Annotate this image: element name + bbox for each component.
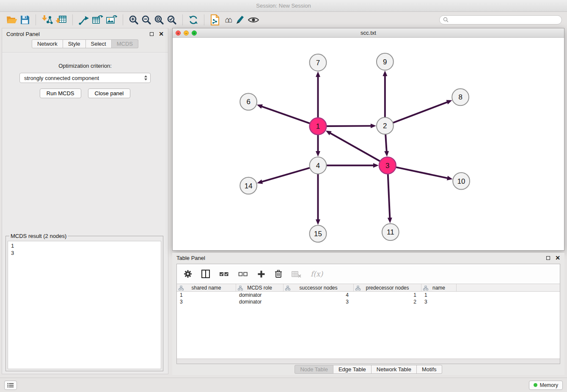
mcds-result-list[interactable]: 1 3: [8, 241, 161, 369]
graph-node-15[interactable]: 15: [310, 225, 327, 242]
graph-node-14[interactable]: 14: [240, 177, 257, 194]
zoom-fit-button[interactable]: [153, 14, 165, 26]
window-titlebar[interactable]: Session: New Session: [0, 0, 567, 12]
zoom-in-button[interactable]: [127, 14, 140, 26]
column-header-label: shared name: [191, 285, 221, 291]
graph-node-8[interactable]: 8: [452, 89, 469, 106]
graph-edge-2-8[interactable]: [393, 100, 452, 123]
optimization-criterion-select[interactable]: strongly connected component: [19, 73, 151, 83]
deselect-all-button[interactable]: [238, 271, 248, 277]
column-header-shared-name[interactable]: shared name: [177, 284, 236, 291]
column-header-label: successor nodes: [299, 285, 337, 291]
document-network-icon: [210, 14, 220, 25]
network-window-titlebar[interactable]: scc.txt × − +: [173, 28, 564, 38]
select-all-button[interactable]: [219, 271, 229, 277]
memory-button[interactable]: Memory: [529, 381, 563, 390]
zoom-selected-button[interactable]: [165, 14, 178, 26]
minimize-window-icon[interactable]: −: [184, 30, 189, 36]
refresh-layout-button[interactable]: [187, 14, 200, 26]
node-table-container: f(x) shared nameMCDS rolesuccessor nodes…: [176, 264, 560, 364]
toolbar-search-input[interactable]: [451, 17, 558, 23]
graph-edge-4-14[interactable]: [257, 168, 310, 184]
graph-edge-1-2[interactable]: [326, 124, 376, 128]
table-panel-title: Table Panel: [176, 255, 205, 261]
gear-icon: [184, 270, 192, 278]
graph-node-4[interactable]: 4: [310, 157, 327, 174]
refresh-icon: [188, 15, 198, 25]
graph-edge-3-10[interactable]: [396, 167, 452, 180]
graph-edge-4-3[interactable]: [326, 163, 379, 168]
column-header-label: predecessor nodes: [366, 285, 409, 291]
graph-edge-2-9[interactable]: [383, 71, 387, 118]
float-panel-icon[interactable]: [150, 32, 154, 36]
float-table-panel-icon[interactable]: [546, 256, 550, 260]
column-header-mcds-role[interactable]: MCDS role: [236, 284, 284, 291]
graph-edge-4-15[interactable]: [316, 174, 320, 225]
function-builder-button[interactable]: f(x): [311, 270, 323, 278]
network-canvas-svg: 7968124314101511: [173, 38, 564, 250]
tab-edge-table[interactable]: Edge Table: [333, 365, 372, 374]
graph-node-7[interactable]: 7: [310, 54, 327, 71]
zoom-out-button[interactable]: [140, 14, 153, 26]
network-canvas[interactable]: 7968124314101511: [173, 38, 564, 250]
close-panel-button[interactable]: Close panel: [88, 88, 131, 98]
tab-style[interactable]: Style: [63, 39, 86, 48]
svg-text:6: 6: [246, 98, 250, 106]
graph-edge-3-1[interactable]: [326, 130, 380, 161]
tab-network-table[interactable]: Network Table: [372, 365, 417, 374]
open-file-button[interactable]: [5, 14, 19, 26]
delete-table-button[interactable]: [292, 271, 301, 278]
table-row[interactable]: 3dominator323: [177, 298, 560, 305]
save-session-button[interactable]: [19, 14, 31, 26]
graph-edge-3-11[interactable]: [388, 174, 392, 224]
run-mcds-button[interactable]: Run MCDS: [40, 88, 81, 98]
export-table-button[interactable]: [91, 14, 105, 26]
export-image-button[interactable]: [105, 14, 118, 26]
import-table-button[interactable]: [54, 14, 68, 26]
tab-motifs[interactable]: Motifs: [417, 365, 442, 374]
toolbar-search[interactable]: [439, 15, 562, 25]
table-row[interactable]: 1dominator411: [177, 292, 560, 298]
checked-boxes-icon: [219, 271, 229, 277]
graph-node-11[interactable]: 11: [382, 224, 399, 240]
export-network-button[interactable]: [77, 14, 91, 26]
tab-network[interactable]: Network: [32, 39, 63, 48]
tab-node-table[interactable]: Node Table: [295, 365, 333, 374]
table-settings-button[interactable]: [184, 270, 192, 278]
graph-node-3[interactable]: 3: [379, 157, 396, 174]
close-window-icon[interactable]: ×: [176, 30, 181, 36]
table-toolbar: f(x): [177, 264, 560, 284]
graph-node-10[interactable]: 10: [453, 173, 470, 190]
show-columns-button[interactable]: [201, 270, 210, 278]
table-horizontal-scrollbar[interactable]: [177, 359, 560, 364]
import-network-button[interactable]: [40, 14, 54, 26]
graph-node-9[interactable]: 9: [377, 53, 394, 70]
show-hide-button[interactable]: [247, 14, 260, 26]
tab-select[interactable]: Select: [86, 39, 112, 48]
first-neighbors-button[interactable]: ⌂⌂: [221, 14, 234, 26]
paint-style-button[interactable]: [234, 14, 247, 26]
graph-edge-1-6[interactable]: [257, 104, 310, 123]
table-body: 1dominator4113dominator323: [177, 292, 560, 305]
graph-node-1[interactable]: 1: [310, 118, 327, 135]
graph-edge-2-3[interactable]: [384, 134, 389, 157]
eye-icon: [248, 16, 259, 24]
cell-shared-name: 1: [177, 292, 236, 298]
column-header-predecessor-nodes[interactable]: predecessor nodes: [354, 284, 421, 291]
close-table-panel-icon[interactable]: ✕: [555, 255, 560, 261]
create-column-button[interactable]: [257, 270, 265, 278]
graph-node-2[interactable]: 2: [377, 117, 394, 134]
close-panel-icon[interactable]: ✕: [159, 31, 164, 37]
new-network-from-selection-button[interactable]: [209, 14, 221, 26]
graph-node-6[interactable]: 6: [240, 93, 257, 110]
svg-text:1: 1: [316, 122, 320, 130]
column-header-name[interactable]: name: [421, 284, 457, 291]
graph-edge-1-7[interactable]: [316, 72, 320, 118]
trash-icon: [275, 270, 282, 278]
status-menu-button[interactable]: [4, 381, 17, 390]
column-header-successor-nodes[interactable]: successor nodes: [284, 284, 354, 291]
maximize-window-icon[interactable]: +: [192, 30, 197, 36]
graph-edge-1-4[interactable]: [316, 135, 320, 157]
delete-column-button[interactable]: [275, 270, 282, 278]
tab-mcds[interactable]: MCDS: [112, 39, 138, 48]
